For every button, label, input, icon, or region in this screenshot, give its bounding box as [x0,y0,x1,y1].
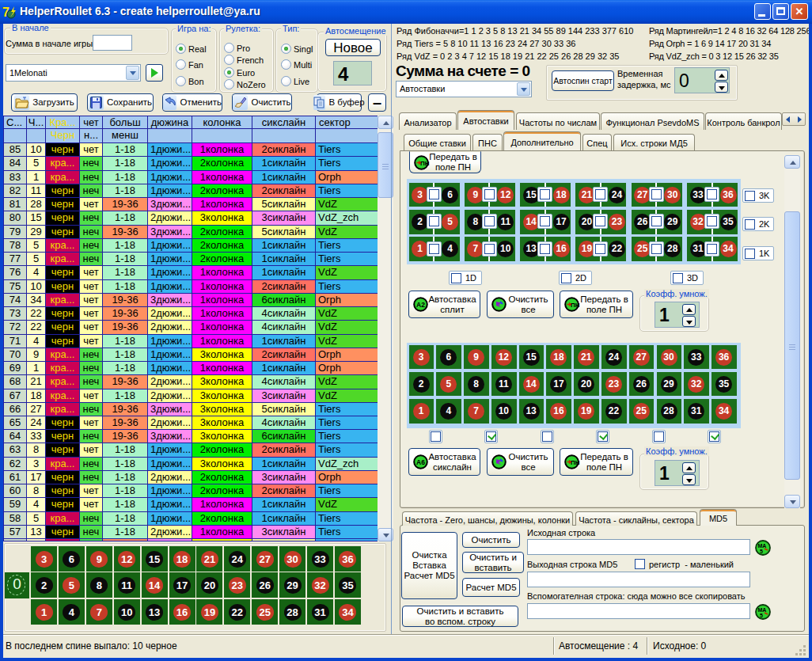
svg-text:ПН: ПН [571,302,580,309]
svg-text:МА: МА [758,607,767,613]
svg-text:5: 5 [760,549,763,554]
svg-text:МА: МА [758,543,767,549]
svg-text:А6: А6 [416,458,425,466]
svg-text:А2: А2 [416,301,425,309]
svg-text:5: 5 [760,613,763,618]
svg-text:ПН: ПН [571,459,580,466]
svg-text:ПН: ПН [420,159,430,166]
